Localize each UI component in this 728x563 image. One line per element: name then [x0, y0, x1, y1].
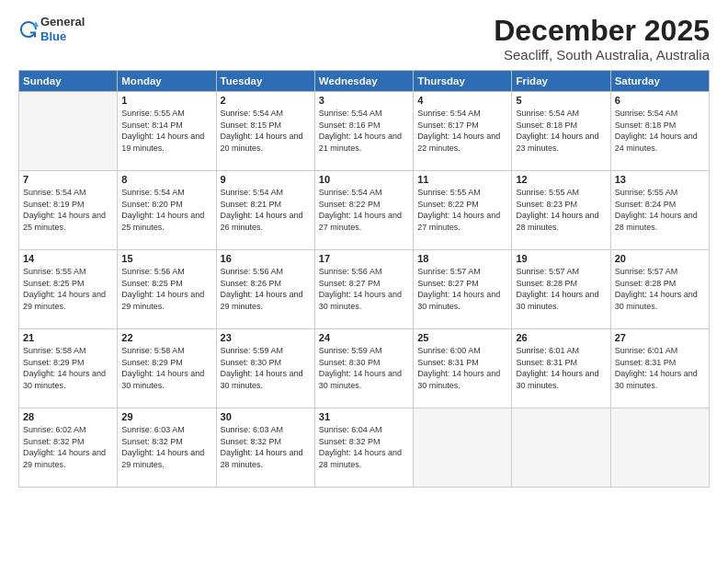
day-info: Sunrise: 5:57 AMSunset: 8:27 PMDaylight:…	[417, 266, 507, 312]
col-wednesday: Wednesday	[314, 71, 413, 92]
logo-text: General Blue	[40, 15, 85, 43]
day-cell: 12Sunrise: 5:55 AMSunset: 8:23 PMDayligh…	[512, 171, 610, 250]
day-cell: 2Sunrise: 5:54 AMSunset: 8:15 PMDaylight…	[216, 92, 314, 171]
day-number: 23	[221, 332, 311, 343]
day-info: Sunrise: 5:54 AMSunset: 8:17 PMDaylight:…	[417, 108, 507, 154]
day-cell: 13Sunrise: 5:55 AMSunset: 8:24 PMDayligh…	[610, 171, 709, 250]
day-info: Sunrise: 5:54 AMSunset: 8:19 PMDaylight:…	[23, 187, 113, 233]
day-cell	[414, 408, 512, 488]
day-number: 25	[417, 332, 507, 343]
day-info: Sunrise: 5:58 AMSunset: 8:29 PMDaylight:…	[121, 345, 211, 391]
day-cell: 25Sunrise: 6:00 AMSunset: 8:31 PMDayligh…	[414, 329, 512, 408]
day-info: Sunrise: 6:01 AMSunset: 8:31 PMDaylight:…	[615, 345, 705, 391]
day-cell: 18Sunrise: 5:57 AMSunset: 8:27 PMDayligh…	[414, 250, 512, 329]
day-info: Sunrise: 5:55 AMSunset: 8:22 PMDaylight:…	[417, 187, 507, 233]
col-friday: Friday	[512, 71, 610, 92]
week-row-4: 21Sunrise: 5:58 AMSunset: 8:29 PMDayligh…	[19, 329, 710, 408]
day-cell: 27Sunrise: 6:01 AMSunset: 8:31 PMDayligh…	[610, 329, 709, 408]
calendar-title: December 2025	[494, 15, 710, 47]
day-number: 15	[121, 253, 211, 264]
day-info: Sunrise: 5:55 AMSunset: 8:23 PMDaylight:…	[516, 187, 606, 233]
day-number: 2	[221, 95, 311, 106]
day-cell: 11Sunrise: 5:55 AMSunset: 8:22 PMDayligh…	[414, 171, 512, 250]
day-cell: 1Sunrise: 5:55 AMSunset: 8:14 PMDaylight…	[118, 92, 216, 171]
logo-general: General	[40, 15, 85, 29]
day-info: Sunrise: 6:04 AMSunset: 8:32 PMDaylight:…	[319, 424, 409, 470]
day-cell: 6Sunrise: 5:54 AMSunset: 8:18 PMDaylight…	[610, 92, 709, 171]
day-cell: 16Sunrise: 5:56 AMSunset: 8:26 PMDayligh…	[216, 250, 314, 329]
day-cell: 30Sunrise: 6:03 AMSunset: 8:32 PMDayligh…	[216, 408, 314, 488]
day-number: 11	[417, 174, 507, 185]
day-number: 6	[615, 95, 705, 106]
logo: General Blue	[18, 15, 85, 43]
col-tuesday: Tuesday	[216, 71, 314, 92]
day-cell: 22Sunrise: 5:58 AMSunset: 8:29 PMDayligh…	[118, 329, 216, 408]
day-number: 27	[615, 332, 705, 343]
calendar-table: Sunday Monday Tuesday Wednesday Thursday…	[18, 70, 710, 488]
day-info: Sunrise: 5:55 AMSunset: 8:25 PMDaylight:…	[23, 266, 113, 312]
day-info: Sunrise: 5:59 AMSunset: 8:30 PMDaylight:…	[319, 345, 409, 391]
day-number: 31	[319, 411, 409, 422]
day-number: 17	[319, 253, 409, 264]
col-saturday: Saturday	[610, 71, 709, 92]
day-info: Sunrise: 5:58 AMSunset: 8:29 PMDaylight:…	[23, 345, 113, 391]
day-cell: 28Sunrise: 6:02 AMSunset: 8:32 PMDayligh…	[19, 408, 118, 488]
title-block: December 2025 Seacliff, South Australia,…	[494, 15, 710, 63]
day-number: 13	[615, 174, 705, 185]
day-cell: 10Sunrise: 5:54 AMSunset: 8:22 PMDayligh…	[314, 171, 413, 250]
week-row-5: 28Sunrise: 6:02 AMSunset: 8:32 PMDayligh…	[19, 408, 710, 488]
day-cell: 9Sunrise: 5:54 AMSunset: 8:21 PMDaylight…	[216, 171, 314, 250]
day-cell: 24Sunrise: 5:59 AMSunset: 8:30 PMDayligh…	[314, 329, 413, 408]
day-number: 9	[221, 174, 311, 185]
day-cell: 20Sunrise: 5:57 AMSunset: 8:28 PMDayligh…	[610, 250, 709, 329]
day-info: Sunrise: 5:56 AMSunset: 8:27 PMDaylight:…	[319, 266, 409, 312]
day-number: 5	[516, 95, 606, 106]
day-cell	[512, 408, 610, 488]
day-cell: 31Sunrise: 6:04 AMSunset: 8:32 PMDayligh…	[314, 408, 413, 488]
day-info: Sunrise: 5:54 AMSunset: 8:18 PMDaylight:…	[516, 108, 606, 154]
day-cell	[610, 408, 709, 488]
day-info: Sunrise: 5:54 AMSunset: 8:21 PMDaylight:…	[221, 187, 311, 233]
day-info: Sunrise: 5:57 AMSunset: 8:28 PMDaylight:…	[516, 266, 606, 312]
day-number: 16	[221, 253, 311, 264]
day-number: 10	[319, 174, 409, 185]
day-info: Sunrise: 5:54 AMSunset: 8:18 PMDaylight:…	[615, 108, 705, 154]
day-cell	[19, 92, 118, 171]
calendar-subtitle: Seacliff, South Australia, Australia	[494, 47, 710, 63]
day-info: Sunrise: 5:54 AMSunset: 8:16 PMDaylight:…	[319, 108, 409, 154]
day-cell: 29Sunrise: 6:03 AMSunset: 8:32 PMDayligh…	[118, 408, 216, 488]
day-cell: 4Sunrise: 5:54 AMSunset: 8:17 PMDaylight…	[414, 92, 512, 171]
day-cell: 17Sunrise: 5:56 AMSunset: 8:27 PMDayligh…	[314, 250, 413, 329]
day-info: Sunrise: 6:03 AMSunset: 8:32 PMDaylight:…	[121, 424, 211, 470]
day-number: 26	[516, 332, 606, 343]
week-row-3: 14Sunrise: 5:55 AMSunset: 8:25 PMDayligh…	[19, 250, 710, 329]
day-info: Sunrise: 5:54 AMSunset: 8:15 PMDaylight:…	[221, 108, 311, 154]
day-info: Sunrise: 6:02 AMSunset: 8:32 PMDaylight:…	[23, 424, 113, 470]
day-number: 28	[23, 411, 113, 422]
day-number: 22	[121, 332, 211, 343]
day-info: Sunrise: 5:57 AMSunset: 8:28 PMDaylight:…	[615, 266, 705, 312]
logo-icon	[18, 19, 39, 40]
day-info: Sunrise: 5:55 AMSunset: 8:24 PMDaylight:…	[615, 187, 705, 233]
day-number: 14	[23, 253, 113, 264]
header-row: Sunday Monday Tuesday Wednesday Thursday…	[19, 71, 710, 92]
day-cell: 5Sunrise: 5:54 AMSunset: 8:18 PMDaylight…	[512, 92, 610, 171]
col-thursday: Thursday	[414, 71, 512, 92]
page: General Blue December 2025 Seacliff, Sou…	[0, 0, 728, 563]
day-info: Sunrise: 6:03 AMSunset: 8:32 PMDaylight:…	[221, 424, 311, 470]
day-info: Sunrise: 5:54 AMSunset: 8:22 PMDaylight:…	[319, 187, 409, 233]
day-cell: 26Sunrise: 6:01 AMSunset: 8:31 PMDayligh…	[512, 329, 610, 408]
day-info: Sunrise: 5:59 AMSunset: 8:30 PMDaylight:…	[221, 345, 311, 391]
day-number: 30	[221, 411, 311, 422]
day-number: 7	[23, 174, 113, 185]
col-monday: Monday	[118, 71, 216, 92]
day-number: 4	[417, 95, 507, 106]
day-info: Sunrise: 6:00 AMSunset: 8:31 PMDaylight:…	[417, 345, 507, 391]
day-number: 1	[121, 95, 211, 106]
day-cell: 21Sunrise: 5:58 AMSunset: 8:29 PMDayligh…	[19, 329, 118, 408]
day-number: 18	[417, 253, 507, 264]
day-info: Sunrise: 5:54 AMSunset: 8:20 PMDaylight:…	[121, 187, 211, 233]
day-number: 29	[121, 411, 211, 422]
day-number: 8	[121, 174, 211, 185]
day-cell: 15Sunrise: 5:56 AMSunset: 8:25 PMDayligh…	[118, 250, 216, 329]
